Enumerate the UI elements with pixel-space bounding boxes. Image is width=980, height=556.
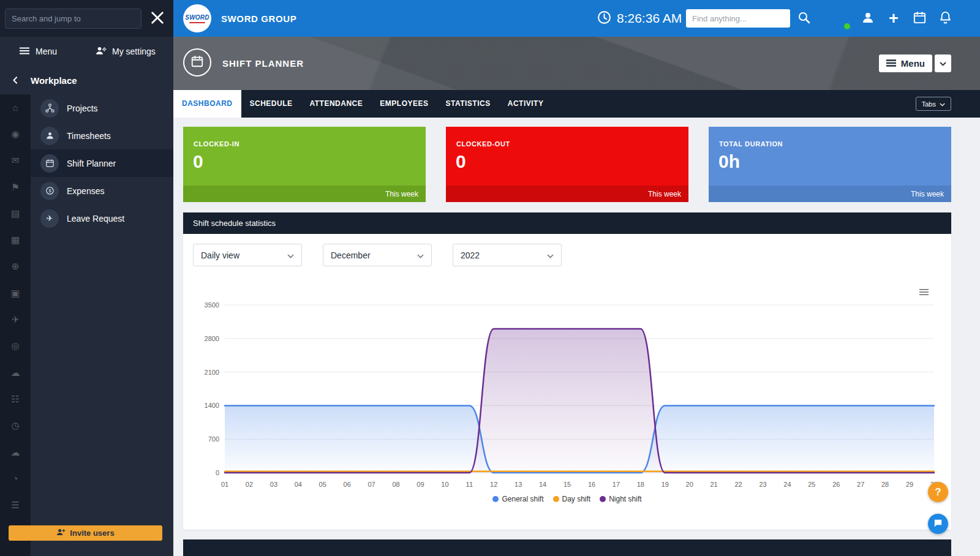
chat-button[interactable]: [928, 514, 948, 534]
svg-text:02: 02: [246, 481, 253, 488]
quick-add-button[interactable]: +: [884, 9, 903, 28]
tab-activity[interactable]: ACTIVITY: [499, 90, 552, 118]
stat-cards: CLOCKED-IN0This weekCLOCKED-OUT0This wee…: [183, 127, 951, 202]
leave-request-icon: ✈: [40, 209, 59, 228]
card-value: 0h: [718, 151, 740, 172]
hamburger-icon: [20, 47, 29, 56]
tab-employees[interactable]: EMPLOYEES: [371, 90, 437, 118]
bell-icon: [938, 10, 952, 26]
month-select[interactable]: December: [323, 244, 432, 266]
year-select[interactable]: 2022: [453, 244, 562, 266]
shift-planner-icon: [40, 154, 59, 173]
list-icon[interactable]: ☷: [0, 386, 31, 412]
cloud-icon[interactable]: ☁: [0, 359, 31, 386]
select-value: Daily view: [201, 250, 239, 260]
invite-users-label: Invite users: [70, 528, 114, 538]
menu-toggle[interactable]: Menu: [20, 47, 57, 56]
message-icon[interactable]: ✉: [0, 148, 31, 174]
svg-text:01: 01: [221, 481, 228, 488]
card-label: CLOCKED-OUT: [456, 140, 510, 148]
workplace-label: Workplace: [31, 75, 77, 86]
my-settings-link[interactable]: My settings: [95, 45, 156, 58]
menu-toggle-label: Menu: [36, 47, 57, 56]
sidebar-item-projects[interactable]: Projects: [31, 94, 173, 122]
chart-area: 0700140021002800350001020304050607080910…: [188, 295, 946, 503]
close-icon: [150, 10, 165, 27]
folder-icon[interactable]: ▣: [0, 280, 31, 306]
select-value: 2022: [461, 250, 480, 260]
page-header: SHIFT PLANNER Menu: [173, 37, 980, 90]
sidebar-item-timesheets[interactable]: Timesheets: [31, 122, 173, 149]
cloud2-icon[interactable]: ☁: [0, 439, 31, 465]
calendar-icon: [190, 54, 204, 70]
chevron-down-icon: [287, 250, 294, 260]
legend-item[interactable]: General shift: [492, 495, 543, 503]
workplace-back[interactable]: Workplace: [0, 66, 173, 94]
chart-icon[interactable]: ◔: [0, 465, 31, 492]
grid-icon[interactable]: ▦: [0, 227, 31, 253]
svg-text:06: 06: [344, 481, 351, 488]
close-sidebar-button[interactable]: [145, 6, 170, 31]
card-icon[interactable]: ▤: [0, 200, 31, 227]
card-period: This week: [183, 186, 426, 202]
menu-lines-icon[interactable]: ☰: [0, 492, 31, 518]
tab-dashboard[interactable]: DASHBOARD: [173, 90, 241, 118]
view-select[interactable]: Daily view: [193, 244, 302, 266]
home-icon[interactable]: ⌂: [0, 94, 31, 121]
svg-text:700: 700: [208, 435, 219, 443]
svg-text:21: 21: [710, 481, 717, 488]
global-search-input[interactable]: [686, 9, 790, 28]
tab-statistics[interactable]: STATISTICS: [437, 90, 499, 118]
hamburger-icon: [886, 58, 896, 69]
panel-title: Shift schedule statistics: [183, 212, 951, 234]
svg-text:03: 03: [270, 481, 277, 488]
brand-name: SWORD GROUP: [221, 13, 296, 24]
search-button[interactable]: [794, 9, 814, 28]
notifications-button[interactable]: [935, 9, 955, 28]
clock-icon[interactable]: ◷: [0, 413, 31, 439]
search-icon[interactable]: ◎: [0, 333, 31, 359]
flag-icon[interactable]: ⚑: [0, 174, 31, 200]
tab-schedule[interactable]: SCHEDULE: [241, 90, 301, 118]
svg-text:15: 15: [564, 481, 571, 488]
header-menu-label: Menu: [901, 58, 925, 69]
back-chevron-icon: [11, 76, 20, 85]
card-label: CLOCKED-IN: [194, 140, 239, 148]
jump-search-input[interactable]: [5, 9, 141, 29]
svg-text:11: 11: [466, 481, 473, 488]
sidebar-item-label: Shift Planner: [67, 159, 116, 168]
sidebar-item-label: Leave Request: [67, 214, 124, 224]
sidebar-item-label: Projects: [67, 103, 98, 113]
card-period: This week: [446, 186, 688, 202]
search-icon: [797, 11, 811, 26]
people-icon[interactable]: ◉: [0, 121, 31, 147]
svg-text:19: 19: [662, 481, 669, 488]
header-menu-button[interactable]: Menu: [879, 54, 932, 72]
tab-attendance[interactable]: ATTENDANCE: [301, 90, 372, 118]
expenses-icon: $: [40, 182, 59, 200]
sidebar-item-expenses[interactable]: $Expenses: [31, 177, 173, 205]
svg-text:20: 20: [686, 481, 693, 488]
legend-item[interactable]: Day shift: [553, 495, 591, 503]
sidebar-item-leave-request[interactable]: ✈Leave Request: [31, 205, 173, 232]
help-button[interactable]: ?: [928, 482, 948, 502]
timesheets-icon: [40, 127, 59, 145]
profile-button[interactable]: [858, 9, 878, 28]
calendar-icon: [913, 10, 927, 26]
calendar-button[interactable]: [910, 9, 929, 28]
network-icon[interactable]: ⊕: [0, 254, 31, 280]
content: CLOCKED-IN0This weekCLOCKED-OUT0This wee…: [173, 118, 980, 556]
page-title: SHIFT PLANNER: [222, 58, 304, 69]
tabs-dropdown-button[interactable]: Tabs: [916, 97, 951, 111]
svg-text:12: 12: [490, 481, 497, 488]
svg-text:29: 29: [906, 481, 913, 488]
svg-text:05: 05: [319, 481, 326, 488]
header-menu-caret-button[interactable]: [935, 54, 951, 72]
plane-icon[interactable]: ✈: [0, 306, 31, 332]
sword-logo[interactable]: SWORD: [183, 4, 211, 32]
legend-item[interactable]: Night shift: [600, 495, 641, 503]
stat-card-total-duration: TOTAL DURATION0hThis week: [709, 127, 951, 202]
sidebar-item-shift-planner[interactable]: Shift Planner: [31, 149, 173, 177]
invite-users-button[interactable]: Invite users: [9, 525, 162, 541]
chevron-down-icon: [940, 59, 946, 68]
